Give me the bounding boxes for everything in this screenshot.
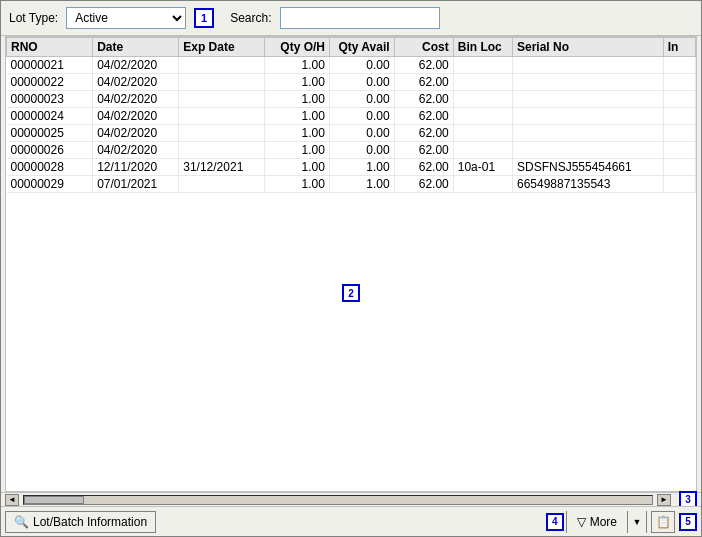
- cell-serialno: [512, 74, 663, 91]
- table-row[interactable]: 0000002812/11/202031/12/20211.001.0062.0…: [7, 159, 696, 176]
- table-row[interactable]: 0000002304/02/20201.000.0062.00: [7, 91, 696, 108]
- more-button[interactable]: ▽ More: [567, 511, 628, 533]
- cell-date: 04/02/2020: [93, 108, 179, 125]
- action-button[interactable]: 📋: [651, 511, 675, 533]
- scroll-left-button[interactable]: ◄: [5, 494, 19, 506]
- cell-expdate: [179, 108, 265, 125]
- cell-serialno: [512, 125, 663, 142]
- cell-in: [663, 91, 695, 108]
- cell-expdate: [179, 74, 265, 91]
- scrollbar-thumb[interactable]: [24, 496, 84, 504]
- scroll-right-button[interactable]: ►: [657, 494, 671, 506]
- cell-cost: 62.00: [394, 159, 453, 176]
- cell-in: [663, 57, 695, 74]
- cell-date: 04/02/2020: [93, 125, 179, 142]
- cell-cost: 62.00: [394, 142, 453, 159]
- table-row[interactable]: 0000002204/02/20201.000.0062.00: [7, 74, 696, 91]
- cell-expdate: 31/12/2021: [179, 159, 265, 176]
- cell-qtyoh: 1.00: [265, 91, 330, 108]
- lot-batch-label: Lot/Batch Information: [33, 515, 147, 529]
- cell-binloc: [453, 125, 512, 142]
- cell-qtyoh: 1.00: [265, 74, 330, 91]
- cell-cost: 62.00: [394, 125, 453, 142]
- col-header-cost: Cost: [394, 38, 453, 57]
- cell-in: [663, 142, 695, 159]
- col-header-in: In: [663, 38, 695, 57]
- col-header-binloc: Bin Loc: [453, 38, 512, 57]
- cell-cost: 62.00: [394, 91, 453, 108]
- horizontal-scrollbar: ◄ ► 3: [1, 492, 701, 506]
- cell-serialno: [512, 142, 663, 159]
- cell-rno: 00000021: [7, 57, 93, 74]
- cell-qtyavail: 0.00: [329, 108, 394, 125]
- cell-binloc: [453, 142, 512, 159]
- more-button-group: ▽ More ▼: [566, 511, 647, 533]
- cell-qtyavail: 1.00: [329, 159, 394, 176]
- cell-rno: 00000026: [7, 142, 93, 159]
- badge-1: 1: [194, 8, 214, 28]
- bottom-bar: 🔍 Lot/Batch Information 4 ▽ More ▼ 📋 5: [1, 506, 701, 536]
- cell-expdate: [179, 142, 265, 159]
- table-body: 0000002104/02/20201.000.0062.00000000220…: [7, 57, 696, 193]
- cell-expdate: [179, 57, 265, 74]
- cell-binloc: [453, 74, 512, 91]
- cell-qtyavail: 0.00: [329, 74, 394, 91]
- cell-binloc: [453, 91, 512, 108]
- badge-5: 5: [679, 513, 697, 531]
- cell-cost: 62.00: [394, 108, 453, 125]
- cell-serialno: [512, 91, 663, 108]
- search-input[interactable]: [280, 7, 440, 29]
- table-row[interactable]: 0000002907/01/20211.001.0062.00665498871…: [7, 176, 696, 193]
- cell-cost: 62.00: [394, 74, 453, 91]
- scrollbar-track[interactable]: [23, 495, 653, 505]
- cell-qtyavail: 1.00: [329, 176, 394, 193]
- cell-rno: 00000029: [7, 176, 93, 193]
- cell-expdate: [179, 125, 265, 142]
- cell-rno: 00000028: [7, 159, 93, 176]
- table-row[interactable]: 0000002504/02/20201.000.0062.00: [7, 125, 696, 142]
- cell-cost: 62.00: [394, 176, 453, 193]
- cell-qtyavail: 0.00: [329, 91, 394, 108]
- cell-expdate: [179, 176, 265, 193]
- table-row[interactable]: 0000002104/02/20201.000.0062.00: [7, 57, 696, 74]
- cell-qtyavail: 0.00: [329, 57, 394, 74]
- lot-type-select[interactable]: Active Inactive All: [66, 7, 186, 29]
- cell-in: [663, 125, 695, 142]
- cell-rno: 00000025: [7, 125, 93, 142]
- cell-serialno: [512, 108, 663, 125]
- cell-qtyavail: 0.00: [329, 125, 394, 142]
- toolbar: Lot Type: Active Inactive All 1 Search:: [1, 1, 701, 36]
- cell-date: 12/11/2020: [93, 159, 179, 176]
- cell-qtyavail: 0.00: [329, 142, 394, 159]
- col-header-serialno: Serial No: [512, 38, 663, 57]
- search-label: Search:: [230, 11, 271, 25]
- cell-in: [663, 176, 695, 193]
- table-row[interactable]: 0000002404/02/20201.000.0062.00: [7, 108, 696, 125]
- more-icon: ▽: [577, 515, 586, 529]
- cell-date: 04/02/2020: [93, 142, 179, 159]
- cell-binloc: [453, 108, 512, 125]
- cell-binloc: 10a-01: [453, 159, 512, 176]
- cell-expdate: [179, 91, 265, 108]
- cell-date: 04/02/2020: [93, 74, 179, 91]
- cell-serialno: [512, 57, 663, 74]
- cell-qtyoh: 1.00: [265, 125, 330, 142]
- table-row[interactable]: 0000002604/02/20201.000.0062.00: [7, 142, 696, 159]
- cell-serialno: 66549887135543: [512, 176, 663, 193]
- col-header-qtyavail: Qty Avail: [329, 38, 394, 57]
- search-icon: 🔍: [14, 515, 29, 529]
- cell-date: 04/02/2020: [93, 57, 179, 74]
- cell-binloc: [453, 57, 512, 74]
- cell-rno: 00000022: [7, 74, 93, 91]
- lot-type-label: Lot Type:: [9, 11, 58, 25]
- table-header-row: RNO Date Exp Date Qty O/H Qty Avail Cost…: [7, 38, 696, 57]
- more-arrow-icon: ▼: [633, 517, 642, 527]
- more-dropdown-button[interactable]: ▼: [628, 511, 646, 533]
- badge-2: 2: [342, 284, 360, 302]
- action-icon: 📋: [656, 515, 671, 529]
- main-window: Lot Type: Active Inactive All 1 Search: …: [0, 0, 702, 537]
- col-header-expdate: Exp Date: [179, 38, 265, 57]
- cell-qtyoh: 1.00: [265, 57, 330, 74]
- more-label: More: [590, 515, 617, 529]
- lot-batch-button[interactable]: 🔍 Lot/Batch Information: [5, 511, 156, 533]
